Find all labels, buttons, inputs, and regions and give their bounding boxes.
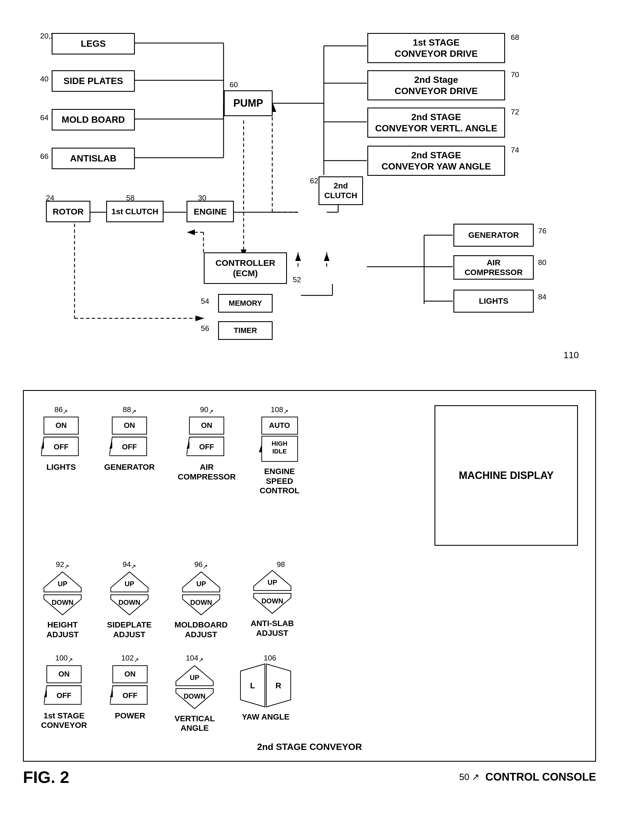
sideplate-switch-svg[interactable]: UP DOWN [108, 570, 151, 618]
console-inner: 86↗ ON OFF LIGHTS [41, 405, 578, 752]
ref-40: 40 [40, 75, 48, 84]
ref-100: 100↗ [55, 653, 73, 664]
svg-text:ON: ON [124, 670, 136, 678]
box-clutch2: 2nd CLUTCH [318, 176, 363, 205]
ref-80: 80 [538, 258, 546, 267]
air-comp-switch-svg[interactable]: ON OFF [187, 416, 227, 460]
ref-88: 88↗ [123, 405, 136, 416]
fig-label: FIG. 2 [23, 767, 69, 787]
svg-text:OFF: OFF [54, 443, 69, 451]
svg-text:OFF: OFF [122, 443, 137, 451]
svg-text:OFF: OFF [123, 691, 138, 700]
ref-30: 30 [198, 194, 206, 203]
ref-96: 96↗ [194, 560, 208, 570]
engine-speed-switch-svg[interactable]: AUTO HIGH IDLE [259, 416, 301, 464]
svg-text:UP: UP [124, 580, 134, 588]
lights-switch-group: 86↗ ON OFF LIGHTS [41, 405, 81, 472]
ref-54: 54 [201, 297, 209, 306]
antislab-switch-svg[interactable]: UP DOWN [251, 569, 294, 616]
ref-108: 108↗ [271, 405, 288, 416]
box-air-comp: AIR COMPRESSOR [453, 255, 534, 280]
svg-text:IDLE: IDLE [272, 448, 287, 455]
ref-90: 90↗ [200, 405, 214, 416]
ref-110: 110 [564, 350, 579, 361]
ref-52: 52 [293, 275, 301, 284]
vert-angle-switch-group: 104↗ UP DOWN VERTICALANGLE [173, 653, 216, 733]
control-console-ref: 50 ↗ CONTROL CONSOLE [459, 771, 596, 783]
machine-display: MACHINE DISPLAY [435, 405, 578, 546]
svg-text:DOWN: DOWN [52, 598, 73, 606]
svg-marker-65 [259, 444, 262, 452]
box-generator: GENERATOR [453, 224, 534, 247]
engine-speed-switch-group: 108↗ AUTO HIGH IDLE ENGINESPEEDCONTROL [259, 405, 301, 495]
ref-66: 66 [40, 152, 48, 161]
generator-switch-label: GENERATOR [104, 462, 155, 472]
sideplate-switch-label: SIDEPLATEADJUST [107, 620, 151, 639]
height-switch-svg[interactable]: UP DOWN [41, 570, 84, 618]
svg-text:ON: ON [56, 421, 67, 430]
svg-text:R: R [275, 681, 281, 690]
power-switch-svg[interactable]: ON OFF [110, 664, 150, 709]
box-memory: MEMORY [218, 294, 273, 313]
diagram-area: 20,22 LEGS SIDE PLATES 40 MOLD BOARD 64 … [23, 17, 596, 390]
ref-70: 70 [511, 70, 519, 79]
generator-switch-svg[interactable]: ON OFF [109, 416, 150, 460]
svg-text:DOWN: DOWN [190, 598, 212, 606]
svg-text:AUTO: AUTO [269, 421, 290, 430]
generator-switch-group: 88↗ ON OFF GENERATOR [104, 405, 155, 472]
antislab-switch-label: ANTI-SLABADJUST [251, 619, 294, 638]
svg-text:OFF: OFF [57, 691, 72, 700]
control-console-label: CONTROL CONSOLE [485, 771, 596, 783]
box-controller: CONTROLLER (ECM) [204, 252, 287, 284]
box-antislab: ANTISLAB [52, 148, 135, 169]
ref-74: 74 [511, 146, 519, 155]
ref-84: 84 [538, 292, 546, 301]
ref-72: 72 [511, 107, 519, 116]
ref-60: 60 [230, 80, 238, 89]
conv1-switch-label: 1st STAGECONVEYOR [41, 711, 87, 730]
height-switch-group: 92↗ UP DOWN HEIGHTADJUST [41, 560, 84, 639]
air-comp-switch-label: AIRCOMPRESSOR [178, 462, 236, 482]
conv1-switch-svg[interactable]: ON OFF [44, 664, 84, 709]
vert-angle-switch-svg[interactable]: UP DOWN [173, 664, 216, 712]
ref-50: 50 ↗ [459, 771, 480, 782]
ref-56: 56 [201, 324, 209, 333]
lights-switch-label: LIGHTS [46, 462, 76, 472]
svg-marker-87 [44, 690, 47, 697]
svg-text:L: L [250, 681, 255, 690]
console-row-2: 92↗ UP DOWN HEIGHTADJUST 94↗ [41, 560, 578, 639]
yaw-angle-switch-svg[interactable]: L R [239, 662, 292, 710]
ref-24: 24 [46, 194, 54, 203]
antislab-switch-group: 98 UP DOWN ANTI-SLABADJUST [251, 560, 294, 638]
svg-text:ON: ON [58, 670, 70, 678]
conv1-switch-group: 100↗ ON OFF 1st STAGECONVEYOR [41, 653, 87, 730]
console-row-1: 86↗ ON OFF LIGHTS [41, 405, 578, 546]
box-timer: TIMER [218, 321, 273, 340]
moldboard-switch-label: MOLDBOARDADJUST [175, 620, 227, 639]
sideplate-switch-group: 94↗ UP DOWN SIDEPLATEADJUST [107, 560, 151, 639]
page: 20,22 LEGS SIDE PLATES 40 MOLD BOARD 64 … [0, 0, 619, 840]
ref-68: 68 [511, 33, 519, 42]
engine-speed-switch-label: ENGINESPEEDCONTROL [260, 467, 299, 495]
ref-106: 106 [264, 653, 276, 662]
box-mold-board: MOLD BOARD [52, 109, 135, 130]
stage2-conveyor-label: 2nd STAGE CONVEYOR [41, 742, 578, 752]
power-switch-label: POWER [115, 711, 145, 721]
ref-76: 76 [538, 227, 546, 236]
console-area: 86↗ ON OFF LIGHTS [23, 390, 596, 762]
ref-94: 94↗ [123, 560, 136, 570]
box-rotor: ROTOR [46, 201, 90, 222]
svg-text:DOWN: DOWN [118, 598, 141, 606]
ref-98: 98 [277, 560, 285, 569]
ref-62: 62 [310, 176, 318, 185]
svg-text:DOWN: DOWN [262, 597, 283, 605]
moldboard-switch-svg[interactable]: UP DOWN [179, 570, 223, 618]
lights-switch-svg[interactable]: ON OFF [41, 416, 81, 460]
box-legs: LEGS [52, 33, 135, 55]
ref-104: 104↗ [186, 653, 203, 664]
box-stage1-conv: 1st STAGE CONVEYOR DRIVE [367, 33, 505, 63]
box-stage2-vert: 2nd STAGE CONVEYOR VERTL. ANGLE [367, 107, 505, 138]
svg-text:HIGH: HIGH [272, 440, 287, 447]
air-comp-switch-group: 90↗ ON OFF AIRCOMPRESSOR [178, 405, 236, 482]
box-stage2-yaw: 2nd STAGE CONVEYOR YAW ANGLE [367, 146, 505, 176]
